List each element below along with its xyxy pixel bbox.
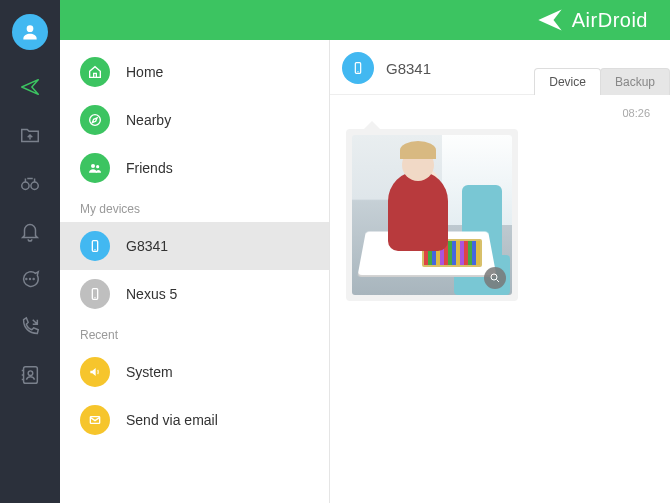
svg-point-1 <box>22 182 29 189</box>
mail-icon <box>80 405 110 435</box>
sidebar-item-system[interactable]: System <box>60 348 329 396</box>
compass-icon <box>80 105 110 135</box>
sidebar-item-email[interactable]: Send via email <box>60 396 329 444</box>
svg-point-4 <box>30 279 31 280</box>
svg-point-9 <box>91 164 95 168</box>
speaker-icon <box>80 357 110 387</box>
sidebar-item-device-nexus5[interactable]: Nexus 5 <box>60 270 329 318</box>
user-icon <box>20 22 40 42</box>
sidebar-item-label: Friends <box>126 160 173 176</box>
content-pane: G8341 Device Backup 08:26 <box>330 40 670 503</box>
message-feed: 08:26 <box>330 95 670 503</box>
friends-icon <box>80 153 110 183</box>
device-title: G8341 <box>386 60 431 77</box>
svg-line-19 <box>497 280 500 283</box>
section-recent: Recent <box>60 318 329 348</box>
svg-point-5 <box>33 279 34 280</box>
avatar[interactable] <box>12 14 48 50</box>
svg-point-2 <box>31 182 38 189</box>
transfer-icon[interactable] <box>19 76 41 98</box>
call-icon[interactable] <box>19 316 41 338</box>
svg-point-0 <box>27 25 34 32</box>
tab-backup[interactable]: Backup <box>600 68 670 95</box>
sidebar-item-label: G8341 <box>126 238 168 254</box>
tab-device[interactable]: Device <box>534 68 601 95</box>
svg-point-7 <box>28 371 33 376</box>
brand: AirDroid <box>536 6 648 34</box>
chat-icon[interactable] <box>19 268 41 290</box>
sidebar-item-label: Home <box>126 64 163 80</box>
zoom-icon[interactable] <box>484 267 506 289</box>
message-bubble[interactable] <box>346 129 518 301</box>
bell-icon[interactable] <box>19 220 41 242</box>
svg-point-18 <box>491 274 497 280</box>
photo-thumbnail[interactable] <box>352 135 512 295</box>
content-header: G8341 Device Backup <box>330 40 670 95</box>
svg-point-3 <box>26 279 27 280</box>
tabs: Device Backup <box>535 68 670 95</box>
contacts-icon[interactable] <box>19 364 41 386</box>
device-icon <box>342 52 374 84</box>
section-my-devices: My devices <box>60 192 329 222</box>
sidebar: Home Nearby Friends My devices <box>60 40 330 503</box>
paperplane-icon <box>536 6 564 34</box>
sidebar-item-friends[interactable]: Friends <box>60 144 329 192</box>
phone-icon <box>80 231 110 261</box>
home-icon <box>80 57 110 87</box>
folder-icon[interactable] <box>19 124 41 146</box>
sidebar-item-device-g8341[interactable]: G8341 <box>60 222 329 270</box>
sidebar-item-label: Send via email <box>126 412 218 428</box>
nav-rail <box>0 0 60 503</box>
sidebar-item-label: System <box>126 364 173 380</box>
sidebar-item-home[interactable]: Home <box>60 48 329 96</box>
message-timestamp: 08:26 <box>346 107 654 119</box>
app-header: AirDroid <box>60 0 670 40</box>
sidebar-item-nearby[interactable]: Nearby <box>60 96 329 144</box>
binoculars-icon[interactable] <box>19 172 41 194</box>
svg-point-10 <box>96 165 99 168</box>
phone-icon <box>80 279 110 309</box>
sidebar-item-label: Nexus 5 <box>126 286 177 302</box>
brand-name: AirDroid <box>572 9 648 32</box>
sidebar-item-label: Nearby <box>126 112 171 128</box>
